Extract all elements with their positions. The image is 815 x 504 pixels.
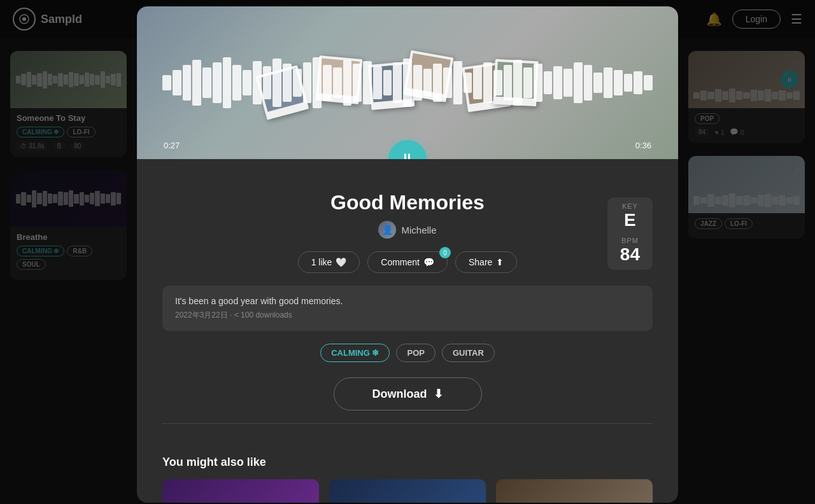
modal-overlay: 0:27 0:36 ⏸ Key E BPM 84 Good Memories 👤… — [0, 0, 815, 504]
recommendations: You might also like — [137, 456, 678, 503]
track-modal: 0:27 0:36 ⏸ Key E BPM 84 Good Memories 👤… — [137, 6, 678, 503]
genre-tag-guitar[interactable]: GUITAR — [442, 344, 495, 362]
genre-tag-calming[interactable]: CALMING ❄ — [320, 344, 390, 362]
action-row: 1 like 🤍 Comment 💬 0 Share ⬆ — [162, 251, 653, 273]
hero-background: 0:27 0:36 — [137, 6, 678, 159]
like-button[interactable]: 1 like 🤍 — [298, 251, 360, 273]
comment-icon: 💬 — [423, 257, 434, 267]
share-button[interactable]: Share ⬆ — [455, 251, 517, 273]
like-label: 1 like — [311, 257, 332, 267]
hero-waveform — [162, 57, 653, 108]
description-box: It's been a good year with good memories… — [162, 286, 653, 331]
genre-tag-pop[interactable]: POP — [396, 344, 435, 362]
comment-button[interactable]: Comment 💬 0 — [367, 251, 448, 273]
rec-card-1[interactable] — [162, 479, 319, 503]
time-elapsed: 0:27 — [164, 141, 180, 150]
artist-name: Michelle — [401, 225, 436, 235]
bpm-panel: BPM 84 — [620, 237, 640, 265]
key-panel: Key E — [620, 202, 640, 230]
share-label: Share — [469, 257, 492, 267]
rec-card-image-3 — [496, 479, 653, 503]
download-icon: ⬇ — [434, 387, 443, 401]
key-bpm-panel: Key E BPM 84 — [607, 197, 653, 270]
rec-card-2[interactable] — [329, 479, 486, 503]
rec-card-image-1 — [162, 479, 319, 503]
section-divider — [162, 423, 653, 424]
key-label: Key — [620, 202, 640, 210]
artist-row: 👤 Michelle — [162, 221, 653, 239]
artist-avatar: 👤 — [378, 221, 396, 239]
rec-card-3[interactable] — [496, 479, 653, 503]
recommendations-title: You might also like — [162, 456, 653, 469]
rec-card-image-2 — [329, 479, 486, 503]
modal-body: Good Memories 👤 Michelle 1 like 🤍 Commen… — [137, 159, 678, 456]
download-button[interactable]: Download ⬇ — [334, 377, 482, 410]
description-meta: 2022年3月22日 · < 100 downloads — [175, 310, 640, 321]
comment-label: Comment — [381, 257, 420, 267]
hero-area: 0:27 0:36 ⏸ — [137, 6, 678, 159]
track-title: Good Memories — [162, 191, 653, 214]
bpm-value: 84 — [620, 244, 640, 265]
share-icon: ⬆ — [496, 257, 504, 267]
description-text: It's been a good year with good memories… — [175, 296, 640, 306]
download-label: Download — [372, 388, 427, 401]
genre-tags: CALMING ❄ POP GUITAR — [162, 344, 653, 362]
heart-icon: 🤍 — [336, 257, 346, 267]
rec-grid — [162, 479, 653, 503]
comment-count-badge: 0 — [439, 247, 451, 258]
bpm-label: BPM — [620, 237, 640, 244]
time-total: 0:36 — [635, 141, 651, 150]
key-value: E — [620, 210, 640, 230]
